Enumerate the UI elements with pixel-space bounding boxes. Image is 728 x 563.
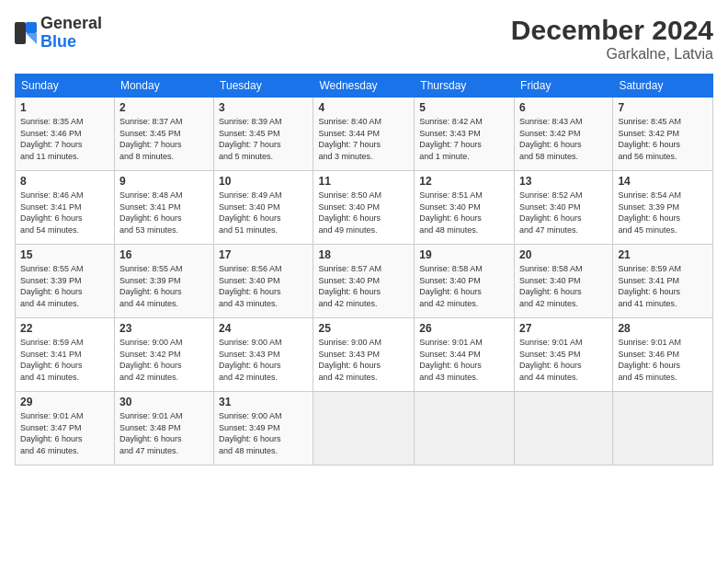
day-info: Sunrise: 8:59 AMSunset: 3:41 PMDaylight:…: [618, 264, 681, 308]
day-number: 30: [119, 396, 209, 408]
day-number: 4: [318, 101, 409, 114]
day-number: 20: [519, 248, 608, 261]
svg-rect-1: [26, 22, 37, 33]
day-number: 15: [20, 248, 109, 261]
table-row: 8 Sunrise: 8:46 AMSunset: 3:41 PMDayligh…: [16, 171, 115, 245]
table-row: 2 Sunrise: 8:37 AMSunset: 3:45 PMDayligh…: [114, 98, 213, 171]
day-number: 9: [119, 175, 209, 188]
day-number: 24: [219, 322, 308, 335]
week-row-4: 22 Sunrise: 8:59 AMSunset: 3:41 PMDaylig…: [16, 318, 713, 392]
day-info: Sunrise: 8:48 AMSunset: 3:41 PMDaylight:…: [119, 190, 183, 235]
week-row-1: 1 Sunrise: 8:35 AMSunset: 3:46 PMDayligh…: [16, 98, 713, 171]
logo-icon: [15, 19, 37, 47]
week-row-3: 15 Sunrise: 8:55 AMSunset: 3:39 PMDaylig…: [16, 245, 713, 318]
day-info: Sunrise: 8:51 AMSunset: 3:40 PMDaylight:…: [419, 190, 483, 235]
table-row: 19 Sunrise: 8:58 AMSunset: 3:40 PMDaylig…: [415, 245, 515, 318]
col-wednesday: Wednesday: [313, 75, 415, 98]
table-row: 21 Sunrise: 8:59 AMSunset: 3:41 PMDaylig…: [613, 245, 713, 318]
day-number: 1: [20, 101, 109, 114]
table-row: [313, 392, 415, 465]
table-row: 31 Sunrise: 9:00 AMSunset: 3:49 PMDaylig…: [214, 392, 313, 465]
table-row: 12 Sunrise: 8:51 AMSunset: 3:40 PMDaylig…: [415, 171, 515, 245]
svg-marker-2: [26, 33, 37, 44]
day-info: Sunrise: 8:43 AMSunset: 3:42 PMDaylight:…: [519, 117, 583, 161]
table-row: 28 Sunrise: 9:01 AMSunset: 3:46 PMDaylig…: [613, 318, 713, 392]
day-info: Sunrise: 9:00 AMSunset: 3:43 PMDaylight:…: [318, 338, 381, 382]
day-info: Sunrise: 8:58 AMSunset: 3:40 PMDaylight:…: [419, 264, 483, 308]
table-row: 24 Sunrise: 9:00 AMSunset: 3:43 PMDaylig…: [214, 318, 313, 392]
table-row: 17 Sunrise: 8:56 AMSunset: 3:40 PMDaylig…: [214, 245, 313, 318]
table-row: 6 Sunrise: 8:43 AMSunset: 3:42 PMDayligh…: [515, 98, 613, 171]
day-number: 21: [618, 248, 708, 261]
day-number: 28: [618, 322, 708, 335]
table-row: 13 Sunrise: 8:52 AMSunset: 3:40 PMDaylig…: [515, 171, 613, 245]
col-saturday: Saturday: [613, 75, 713, 98]
table-row: 18 Sunrise: 8:57 AMSunset: 3:40 PMDaylig…: [313, 245, 415, 318]
day-info: Sunrise: 9:01 AMSunset: 3:48 PMDaylight:…: [119, 411, 183, 455]
table-row: 4 Sunrise: 8:40 AMSunset: 3:44 PMDayligh…: [313, 98, 415, 171]
table-row: 3 Sunrise: 8:39 AMSunset: 3:45 PMDayligh…: [214, 98, 313, 171]
day-info: Sunrise: 8:45 AMSunset: 3:42 PMDaylight:…: [618, 117, 681, 161]
day-info: Sunrise: 9:00 AMSunset: 3:42 PMDaylight:…: [119, 338, 183, 382]
day-info: Sunrise: 8:59 AMSunset: 3:41 PMDaylight:…: [20, 338, 84, 382]
day-number: 27: [519, 322, 608, 335]
day-number: 7: [618, 101, 708, 114]
table-row: 5 Sunrise: 8:42 AMSunset: 3:43 PMDayligh…: [415, 98, 515, 171]
logo-text: General Blue: [40, 15, 102, 52]
table-row: 22 Sunrise: 8:59 AMSunset: 3:41 PMDaylig…: [16, 318, 115, 392]
title-block: December 2024 Garkalne, Latvia: [511, 15, 713, 63]
page: General Blue December 2024 Garkalne, Lat…: [0, 0, 728, 563]
day-number: 10: [219, 175, 308, 188]
day-number: 12: [419, 175, 509, 188]
table-row: [613, 392, 713, 465]
table-row: 23 Sunrise: 9:00 AMSunset: 3:42 PMDaylig…: [114, 318, 213, 392]
day-info: Sunrise: 8:52 AMSunset: 3:40 PMDaylight:…: [519, 190, 583, 235]
table-row: 7 Sunrise: 8:45 AMSunset: 3:42 PMDayligh…: [613, 98, 713, 171]
logo-blue: Blue: [40, 33, 102, 52]
day-number: 16: [119, 248, 209, 261]
table-row: [515, 392, 613, 465]
header: General Blue December 2024 Garkalne, Lat…: [15, 15, 713, 63]
day-info: Sunrise: 9:01 AMSunset: 3:45 PMDaylight:…: [519, 338, 583, 382]
day-info: Sunrise: 8:40 AMSunset: 3:44 PMDaylight:…: [318, 117, 381, 161]
table-row: [415, 392, 515, 465]
day-info: Sunrise: 8:50 AMSunset: 3:40 PMDaylight:…: [318, 190, 381, 235]
table-row: 27 Sunrise: 9:01 AMSunset: 3:45 PMDaylig…: [515, 318, 613, 392]
day-info: Sunrise: 8:35 AMSunset: 3:46 PMDaylight:…: [20, 117, 84, 161]
table-row: 29 Sunrise: 9:01 AMSunset: 3:47 PMDaylig…: [16, 392, 115, 465]
table-row: 16 Sunrise: 8:55 AMSunset: 3:39 PMDaylig…: [114, 245, 213, 318]
col-monday: Monday: [114, 75, 213, 98]
day-number: 18: [318, 248, 409, 261]
table-row: 9 Sunrise: 8:48 AMSunset: 3:41 PMDayligh…: [114, 171, 213, 245]
day-number: 2: [119, 101, 209, 114]
day-number: 5: [419, 101, 509, 114]
day-number: 11: [318, 175, 409, 188]
day-number: 23: [119, 322, 209, 335]
day-number: 17: [219, 248, 308, 261]
svg-rect-0: [15, 22, 26, 44]
day-number: 13: [519, 175, 608, 188]
day-info: Sunrise: 8:49 AMSunset: 3:40 PMDaylight:…: [219, 190, 282, 235]
day-info: Sunrise: 9:01 AMSunset: 3:46 PMDaylight:…: [618, 338, 681, 382]
day-number: 29: [20, 396, 109, 408]
day-info: Sunrise: 8:39 AMSunset: 3:45 PMDaylight:…: [219, 117, 282, 161]
day-info: Sunrise: 9:00 AMSunset: 3:49 PMDaylight:…: [219, 411, 282, 455]
day-info: Sunrise: 8:57 AMSunset: 3:40 PMDaylight:…: [318, 264, 381, 308]
table-row: 10 Sunrise: 8:49 AMSunset: 3:40 PMDaylig…: [214, 171, 313, 245]
logo: General Blue: [15, 15, 102, 52]
day-number: 6: [519, 101, 608, 114]
day-number: 3: [219, 101, 308, 114]
day-info: Sunrise: 8:55 AMSunset: 3:39 PMDaylight:…: [119, 264, 183, 308]
col-thursday: Thursday: [415, 75, 515, 98]
table-row: 26 Sunrise: 9:01 AMSunset: 3:44 PMDaylig…: [415, 318, 515, 392]
day-info: Sunrise: 9:00 AMSunset: 3:43 PMDaylight:…: [219, 338, 282, 382]
day-info: Sunrise: 9:01 AMSunset: 3:47 PMDaylight:…: [20, 411, 84, 455]
day-info: Sunrise: 8:46 AMSunset: 3:41 PMDaylight:…: [20, 190, 84, 235]
table-row: 11 Sunrise: 8:50 AMSunset: 3:40 PMDaylig…: [313, 171, 415, 245]
table-row: 14 Sunrise: 8:54 AMSunset: 3:39 PMDaylig…: [613, 171, 713, 245]
table-row: 30 Sunrise: 9:01 AMSunset: 3:48 PMDaylig…: [114, 392, 213, 465]
week-row-5: 29 Sunrise: 9:01 AMSunset: 3:47 PMDaylig…: [16, 392, 713, 465]
day-info: Sunrise: 8:37 AMSunset: 3:45 PMDaylight:…: [119, 117, 183, 161]
location: Garkalne, Latvia: [511, 46, 713, 63]
day-number: 22: [20, 322, 109, 335]
